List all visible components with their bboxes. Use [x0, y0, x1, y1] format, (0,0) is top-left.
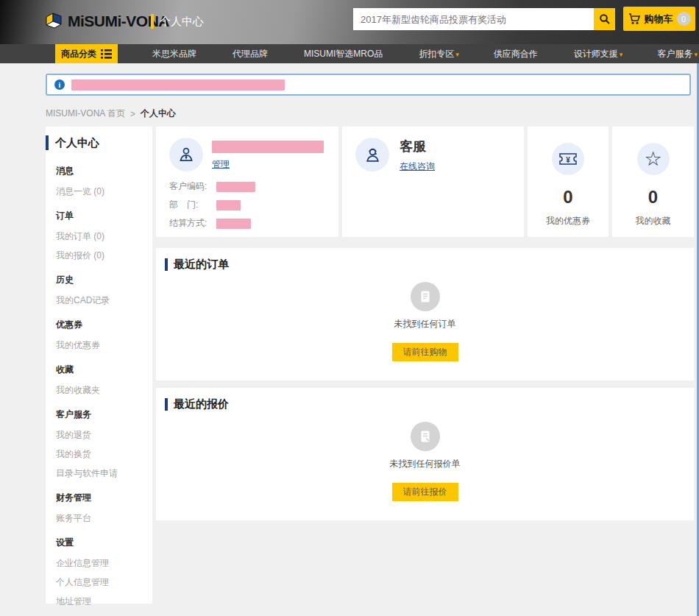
- caret-down-icon: ▾: [694, 51, 698, 58]
- search-input[interactable]: [353, 8, 594, 30]
- sidebar-item-my-orders[interactable]: 我的订单 (0): [56, 227, 142, 246]
- favorites-circle: ☆: [637, 143, 670, 175]
- favorites-count: 0: [612, 187, 694, 208]
- sidebar-item-exchanges[interactable]: 我的换货: [56, 445, 142, 464]
- sidebar-item-my-favorites[interactable]: 我的收藏夹: [56, 380, 142, 400]
- orders-empty-text: 未找到任何订单: [156, 318, 694, 330]
- star-icon: ☆: [644, 149, 661, 169]
- quotes-empty-text: 未找到任何报价单: [156, 458, 694, 470]
- sidebar-group-coupons: 优惠券 我的优惠券: [46, 310, 152, 355]
- breadcrumb: MISUMI-VONA 首页 > 个人中心: [46, 107, 176, 120]
- sidebar-item-company-info[interactable]: 企业信息管理: [56, 553, 142, 573]
- order-receipt-icon: [419, 289, 432, 304]
- sidebar-item-catalog-software[interactable]: 目录与软件申请: [56, 464, 142, 483]
- coupon-circle: ¥: [552, 143, 584, 175]
- sidebar-title: 个人中心: [46, 135, 152, 150]
- sidebar-item-message-list[interactable]: 消息一览 (0): [56, 182, 142, 201]
- nav-item-discount-zone[interactable]: 折扣专区▾: [419, 48, 459, 60]
- support-title: 客服: [400, 138, 435, 155]
- sidebar-group-favorites: 收藏 我的收藏夹: [46, 355, 152, 400]
- manage-link[interactable]: 管理: [212, 158, 230, 171]
- navy-bar: [46, 135, 49, 150]
- sidebar-item-my-quotes[interactable]: 我的报价 (0): [56, 246, 142, 265]
- cart-icon: [628, 13, 641, 25]
- notice-banner: i: [46, 74, 691, 96]
- sidebar-group-header: 财务管理: [56, 489, 142, 509]
- nav-item-customer-service[interactable]: 客户服务▾: [657, 48, 698, 60]
- redacted-user-name: [212, 141, 324, 153]
- online-chat-link[interactable]: 在线咨询: [400, 160, 435, 173]
- customer-code-row: 客户编码:: [169, 180, 325, 193]
- svg-text:¥: ¥: [566, 156, 570, 164]
- sidebar-item-invoice-management[interactable]: 发票管理: [56, 611, 142, 616]
- settlement-row: 结算方式:: [169, 217, 325, 230]
- coupons-count: 0: [528, 187, 608, 208]
- support-avatar: [355, 138, 389, 171]
- cart-count-badge: 0: [677, 12, 691, 26]
- breadcrumb-current: 个人中心: [141, 107, 176, 120]
- customer-code-label: 客户编码:: [169, 180, 216, 193]
- coupon-ticket-icon: ¥: [558, 151, 578, 167]
- redacted-settlement: [216, 219, 251, 229]
- nav-item-designer-support[interactable]: 设计师支援▾: [574, 48, 623, 60]
- sidebar-group-orders: 订单 我的订单 (0) 我的报价 (0): [46, 201, 152, 265]
- sidebar-item-personal-info[interactable]: 个人信息管理: [56, 573, 142, 592]
- nav-item-supplier[interactable]: 供应商合作: [494, 48, 539, 60]
- go-quote-button[interactable]: 请前往报价: [392, 483, 458, 501]
- top-header: MiSUMi-VONA 个人中心 购物车 0: [0, 0, 699, 44]
- order-empty-circle: [411, 282, 440, 311]
- main-content: 管理 客户编码: 部 门: 结算方式:: [156, 127, 694, 520]
- search-button[interactable]: [594, 8, 615, 30]
- quote-document-icon: [419, 429, 432, 444]
- user-icon: [177, 145, 196, 164]
- sidebar-group-finance: 财务管理 账务平台: [46, 483, 152, 528]
- navy-bar: [165, 398, 168, 411]
- quote-empty-circle: [411, 422, 440, 451]
- misumi-cube-icon: [44, 12, 63, 31]
- sidebar-group-header: 消息: [56, 162, 142, 182]
- headset-agent-icon: [363, 145, 383, 165]
- sidebar-group-settings: 设置 企业信息管理 个人信息管理 地址管理 发票管理 通知设定 员工及权限: [46, 528, 152, 616]
- support-card: 客服 在线咨询: [342, 127, 524, 237]
- sidebar-item-my-coupons[interactable]: 我的优惠券: [56, 336, 142, 355]
- nav-item-agency-brand[interactable]: 代理品牌: [233, 48, 269, 60]
- sidebar-group-messages: 消息 消息一览 (0): [46, 156, 152, 201]
- profile-card: 管理 客户编码: 部 门: 结算方式:: [156, 127, 338, 237]
- cart-label: 购物车: [645, 13, 673, 26]
- coupons-stat-card[interactable]: ¥ 0 我的优惠券: [528, 127, 608, 237]
- sidebar: 个人中心 消息 消息一览 (0) 订单 我的订单 (0) 我的报价 (0) 历史…: [46, 127, 152, 603]
- redacted-notice-text: [71, 79, 285, 91]
- sidebar-group-header: 历史: [56, 271, 142, 291]
- caret-down-icon: ▾: [620, 51, 623, 58]
- breadcrumb-home-link[interactable]: MISUMI-VONA 首页: [46, 107, 125, 120]
- sidebar-group-header: 订单: [56, 207, 142, 227]
- go-shopping-button[interactable]: 请前往购物: [392, 343, 458, 361]
- search-icon: [599, 13, 611, 25]
- caret-down-icon: ▾: [455, 51, 459, 58]
- header-section-label: 个人中心: [151, 14, 204, 29]
- settlement-label: 结算方式:: [169, 217, 216, 230]
- recent-quotes-section: 最近的报价 未找到任何报价单 请前往报价: [156, 388, 694, 520]
- avatar: [169, 138, 203, 171]
- breadcrumb-separator: >: [130, 109, 135, 119]
- recent-quotes-title: 最近的报价: [156, 388, 694, 411]
- nav-item-mro[interactable]: MISUMI智选MRO品: [304, 48, 384, 60]
- redacted-customer-code: [216, 182, 255, 192]
- list-menu-icon: [101, 49, 112, 59]
- sidebar-group-header: 收藏: [56, 361, 142, 380]
- favorites-stat-card[interactable]: ☆ 0 我的收藏: [612, 127, 694, 237]
- sidebar-item-cad-history[interactable]: 我的CAD记录: [56, 291, 142, 310]
- sidebar-item-billing-platform[interactable]: 账务平台: [56, 509, 142, 528]
- sidebar-item-returns[interactable]: 我的退货: [56, 425, 142, 445]
- nav-item-misumi-brand[interactable]: 米思米品牌: [152, 48, 198, 60]
- cart-button[interactable]: 购物车 0: [623, 7, 695, 31]
- sidebar-group-history: 历史 我的CAD记录: [46, 265, 152, 310]
- search-bar: [353, 8, 615, 30]
- nav-item-catalog[interactable]: 商品分类: [55, 44, 118, 63]
- sidebar-item-address-management[interactable]: 地址管理: [56, 592, 142, 611]
- coupons-label: 我的优惠券: [528, 215, 608, 227]
- department-label: 部 门:: [169, 199, 216, 211]
- sidebar-group-header: 优惠券: [56, 316, 142, 336]
- redacted-department: [216, 200, 241, 210]
- sidebar-group-header: 客户服务: [56, 406, 142, 425]
